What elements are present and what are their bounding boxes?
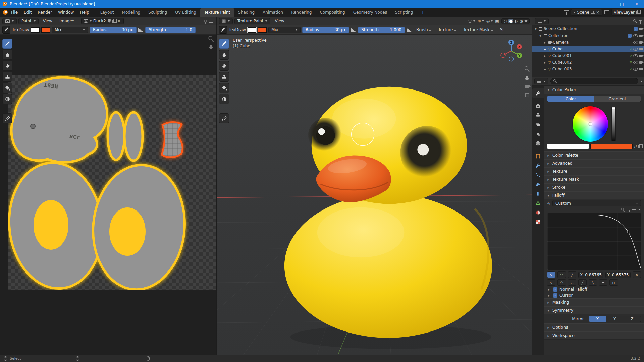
overlays-dropdown[interactable]: ◎ [486,19,493,23]
tool-soften[interactable] [2,50,12,60]
color-palette-panel-header[interactable]: ▸Color Palette [544,151,644,159]
tab-scripting[interactable]: Scripting [391,8,417,17]
pan-icon[interactable] [209,45,213,49]
interaction-mode-dropdown[interactable]: Texture Paint [234,18,270,24]
editor-type-button[interactable] [2,18,17,24]
texture-panel-header[interactable]: ▸Texture [544,167,644,175]
value-slider[interactable] [611,107,616,141]
new-scene-icon[interactable] [591,11,594,14]
image-image-menu[interactable]: Image* [57,18,77,24]
pin-icon[interactable] [204,20,207,22]
object-visibility-dropdown[interactable] [468,20,475,23]
primary-color-bar[interactable] [547,144,589,149]
handle-vector-button[interactable]: ◠ [557,272,566,278]
vp-tool-smear[interactable] [219,61,229,71]
unlink-image-icon[interactable]: × [117,19,121,23]
shading-wireframe[interactable]: ○ [503,19,508,23]
tool-clone[interactable] [2,72,12,82]
color-wheel[interactable] [573,106,608,142]
vp-tool-fill[interactable] [219,83,229,93]
brush-popover[interactable]: Brush [414,27,434,33]
vp-radius-slider[interactable]: Radius30 px [302,27,349,33]
curve-y-field[interactable]: Y0.65375 [605,272,631,278]
close-button[interactable]: × [629,0,644,8]
curve-zoom-out-icon[interactable] [627,208,630,212]
outliner-filter-icon[interactable] [639,20,642,22]
secondary-color-swatch[interactable] [41,27,50,33]
workspace-panel-header[interactable]: ▸Workspace [544,331,644,340]
hide-toggle-icon[interactable] [633,54,638,57]
ptab-object[interactable] [532,152,544,161]
tool-draw[interactable] [2,39,12,49]
mirror-z-button[interactable]: Z [624,316,641,322]
vp-secondary-color-swatch[interactable] [258,27,267,33]
tab-layout[interactable]: Layout [96,8,118,17]
tab-shading[interactable]: Shading [234,8,259,17]
preset-constant[interactable]: ⊓ [609,279,618,286]
scene-selector[interactable]: Scene × [571,9,602,16]
render-toggle-icon[interactable] [639,28,642,30]
falloff-curve-widget[interactable] [547,213,641,270]
radius-slider[interactable]: Radius30 px [90,27,137,33]
ptab-texture[interactable] [532,217,544,227]
render-toggle-icon[interactable] [639,55,642,57]
preset-smooth[interactable]: ∿ [547,279,555,286]
properties-options-icon[interactable] [640,81,642,82]
tab-uv-editing[interactable]: UV Editing [171,8,200,17]
ptab-scene[interactable] [532,129,544,139]
cursor-row[interactable]: ▸ Cursor [544,292,644,298]
stroke-popover-clipped[interactable]: St [497,27,507,33]
render-toggle-icon[interactable] [639,48,642,50]
tool-annotate[interactable] [2,113,12,123]
add-workspace-button[interactable]: + [417,8,428,17]
mirror-x-button[interactable]: X [589,316,606,322]
navigation-gizmo[interactable]: Z Y X [498,38,524,64]
render-toggle-icon[interactable] [639,61,642,64]
tab-rendering[interactable]: Rendering [287,8,316,17]
delete-point-button[interactable]: × [633,272,641,278]
menu-render[interactable]: Render [35,9,55,16]
shading-rendered[interactable]: ◑ [519,19,524,23]
viewport-canvas[interactable]: User Perspective (1) Cube [217,35,532,355]
ptab-object-data[interactable] [532,198,544,208]
outliner-row-cube-selected[interactable]: ▸▽ Cube ▽ [532,46,644,52]
paint-mode-dropdown[interactable]: Paint [18,18,39,24]
curve-options-icon[interactable] [638,209,640,210]
fake-user-icon[interactable] [108,19,111,23]
secondary-color-bar[interactable] [590,144,632,149]
outliner-row-camera[interactable]: ▸ Camera [532,39,644,46]
gizmos-dropdown[interactable]: ⊕ [478,19,484,23]
gizmo-z-neg-axis[interactable] [509,57,514,61]
vp-pan-icon[interactable] [525,76,529,80]
tool-mask[interactable] [2,94,12,104]
outliner-row-cube-002[interactable]: ▸▽ Cube.002 ▽ [532,59,644,66]
texture-popover[interactable]: Texture [435,27,459,33]
new-image-icon[interactable] [112,20,115,23]
menu-window[interactable]: Window [55,9,77,16]
options-panel-header[interactable]: ▸Options [544,323,644,331]
viewport-view-menu[interactable]: View [272,18,287,24]
viewport-editor-type-button[interactable] [219,18,233,24]
new-viewlayer-icon[interactable] [636,11,639,14]
normal-falloff-row[interactable]: ▸ Normal Falloff [544,286,644,292]
vp-tool-soften[interactable] [219,50,229,60]
vp-camera-view-icon[interactable] [525,85,529,88]
tab-geometry-nodes[interactable]: Geometry Nodes [349,8,391,17]
vp-ortho-toggle-icon[interactable] [525,93,529,97]
curve-tools-icon[interactable] [632,208,636,211]
handle-align-button[interactable]: ╱ [568,272,576,278]
ptab-physics[interactable] [532,180,544,189]
curve-control-point[interactable] [628,231,629,233]
ptab-view-layer[interactable] [532,120,544,129]
uv-texture-region[interactable]: REST ЯCT [8,75,216,290]
properties-editor-type[interactable] [534,78,548,84]
unlink-scene-icon[interactable]: × [595,10,600,15]
color-options-icon[interactable] [638,145,641,148]
preset-root[interactable]: ╱ [578,279,587,286]
xray-toggle[interactable]: ▦ [495,19,499,23]
vp-radius-pressure-toggle[interactable] [351,28,356,32]
tab-modeling[interactable]: Modeling [118,8,145,17]
menu-edit[interactable]: Edit [21,9,35,16]
menu-help[interactable]: Help [77,9,92,16]
vp-tool-annotate[interactable] [219,113,229,123]
